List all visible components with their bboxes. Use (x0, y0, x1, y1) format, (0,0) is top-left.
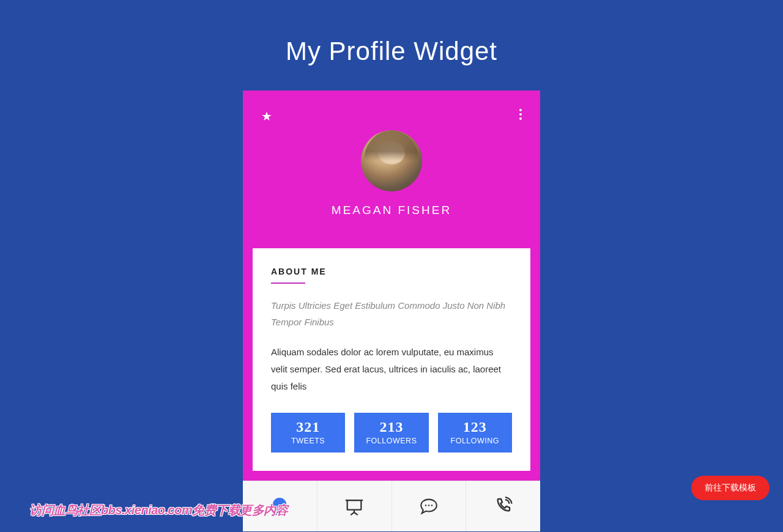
tab-call[interactable] (466, 481, 540, 531)
nav-tabs (243, 481, 540, 531)
svg-line-7 (354, 512, 358, 515)
svg-point-8 (425, 505, 427, 507)
tab-chat[interactable] (392, 481, 467, 531)
about-box: ABOUT ME Turpis Ultricies Eget Estibulum… (253, 248, 530, 471)
page-title: My Profile Widget (0, 0, 783, 91)
svg-point-9 (428, 505, 430, 507)
profile-card: ★ MEAGAN FISHER ABOUT ME Turpis Ultricie… (243, 91, 540, 531)
card-header: ★ MEAGAN FISHER (243, 91, 540, 238)
svg-point-10 (431, 505, 433, 507)
headset-icon (269, 496, 290, 517)
stat-tweets[interactable]: 321 TWEETS (271, 413, 345, 453)
download-button[interactable]: 前往下载模板 (691, 476, 770, 500)
stat-followers[interactable]: 213 FOLLOWERS (354, 413, 428, 453)
svg-line-6 (351, 512, 354, 515)
avatar (361, 130, 422, 191)
presentation-icon (344, 496, 365, 517)
more-vertical-icon[interactable] (519, 109, 522, 120)
stat-label: TWEETS (273, 437, 343, 445)
tab-support[interactable] (243, 481, 317, 531)
phone-icon (494, 497, 513, 516)
stats-row: 321 TWEETS 213 FOLLOWERS 123 FOLLOWING (271, 413, 512, 453)
stat-value: 321 (273, 419, 343, 435)
card-body: ABOUT ME Turpis Ultricies Eget Estibulum… (243, 238, 540, 481)
stat-label: FOLLOWERS (357, 437, 426, 445)
svg-rect-3 (347, 500, 362, 510)
svg-point-2 (275, 513, 277, 515)
svg-point-1 (277, 502, 283, 508)
stat-value: 123 (440, 419, 510, 435)
stat-label: FOLLOWING (440, 437, 510, 445)
tab-presentation[interactable] (317, 481, 392, 531)
about-description: Aliquam sodales dolor ac lorem vulputate… (271, 344, 512, 394)
about-heading: ABOUT ME (271, 267, 512, 284)
about-subtitle: Turpis Ultricies Eget Estibulum Commodo … (271, 297, 512, 330)
chat-icon (418, 496, 440, 517)
stat-following[interactable]: 123 FOLLOWING (438, 413, 512, 453)
star-icon[interactable]: ★ (261, 109, 272, 124)
stat-value: 213 (357, 419, 426, 435)
username: MEAGAN FISHER (261, 204, 522, 217)
